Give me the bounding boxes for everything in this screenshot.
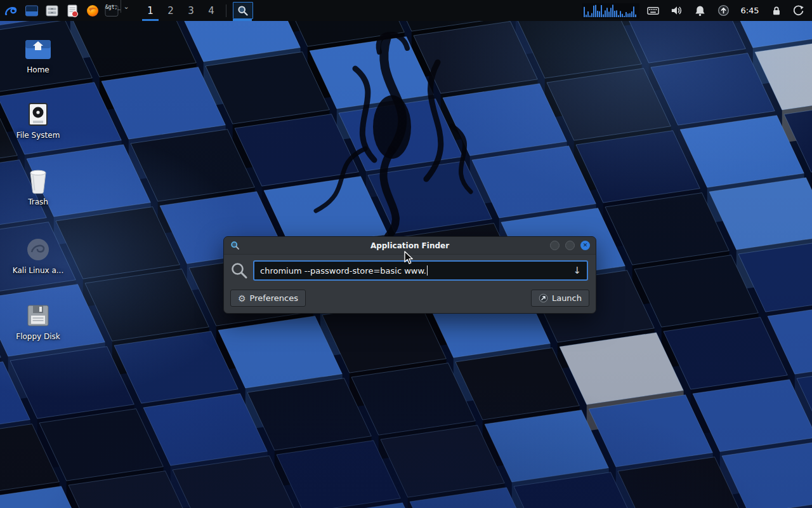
close-button[interactable]: ✕ [580, 241, 590, 250]
history-dropdown-icon[interactable]: ↓ [571, 265, 583, 276]
search-icon [230, 262, 248, 279]
terminal-dropdown-chevron[interactable]: ⌄ [121, 0, 131, 13]
file-system-icon [25, 102, 51, 127]
trash-icon [27, 168, 49, 194]
session-logout[interactable] [788, 0, 808, 21]
taskbar-window-firefox[interactable] [82, 0, 103, 21]
software-updates[interactable] [712, 0, 735, 21]
applications-menu-button[interactable] [0, 0, 22, 21]
desktop-icon-label: Kali Linux a... [9, 266, 67, 275]
minimize-button[interactable] [550, 241, 560, 250]
taskbar-window-file-manager[interactable] [42, 0, 62, 21]
desktop-icon-home[interactable]: Home [9, 34, 67, 74]
workspace-4[interactable]: 4 [201, 0, 221, 21]
workspace-3[interactable]: 3 [181, 0, 201, 21]
desktop-icon-label: File System [9, 131, 67, 140]
titlebar[interactable]: Application Finder ✕ [224, 237, 596, 255]
top-panel: &gt;_ ⌄ 1 2 3 4 [0, 0, 812, 21]
maximize-button[interactable] [565, 241, 575, 250]
cpu-graph[interactable] [580, 0, 641, 21]
launch-button[interactable]: Launch [531, 290, 589, 307]
window-icon [25, 4, 39, 18]
workspace-2[interactable]: 2 [160, 0, 181, 21]
desktop-icon-label: Home [9, 65, 67, 74]
home-icon [24, 36, 52, 62]
application-finder-window: Application Finder ✕ chrom [223, 236, 596, 314]
update-arrow-icon [717, 4, 730, 17]
speaker-icon [671, 4, 683, 17]
terminal-prompt-glyph: &gt;_ [105, 4, 121, 10]
keyboard-layout-indicator[interactable] [641, 0, 665, 21]
file-manager-icon [45, 4, 59, 18]
desktop-icon-kali-linux[interactable]: Kali Linux a... [9, 235, 67, 275]
active-task-indicator [233, 19, 252, 21]
desktop-icon-trash[interactable]: Trash [9, 166, 67, 206]
gear-icon: ⚙ [238, 294, 246, 303]
text-caret [427, 265, 428, 276]
system-tray: 6:45 [580, 0, 812, 21]
logout-icon [792, 4, 804, 17]
search-input[interactable]: chromium --password-store=basic www. ↓ [253, 260, 588, 281]
cpu-graph-icon [582, 3, 639, 18]
taskbar-window-text-editor[interactable] [62, 0, 82, 21]
finder-window-icon [230, 241, 240, 250]
launch-icon [539, 293, 548, 303]
bell-icon [694, 4, 706, 17]
magnifier-icon [237, 5, 249, 17]
clock[interactable]: 6:45 [735, 0, 764, 21]
desktop-root: &gt;_ ⌄ 1 2 3 4 [0, 0, 812, 508]
desktop-icon-file-system[interactable]: File System [9, 100, 67, 140]
keyboard-icon [647, 4, 659, 17]
desktop-icon-label: Trash [9, 197, 67, 206]
taskbar-window-desktop[interactable] [22, 0, 42, 21]
workspace-1[interactable]: 1 [140, 0, 160, 21]
volume-control[interactable] [665, 0, 688, 21]
desktop-icon-floppy-disk[interactable]: Floppy Disk [9, 301, 67, 341]
desktop-icon-label: Floppy Disk [9, 332, 67, 341]
kali-docs-icon [25, 237, 51, 262]
window-title: Application Finder [224, 241, 596, 250]
panel-separator [226, 4, 226, 17]
floppy-disk-icon [25, 303, 51, 328]
search-row: chromium --password-store=basic www. ↓ [224, 255, 596, 285]
preferences-button[interactable]: ⚙ Preferences [230, 290, 306, 307]
lock-icon [771, 5, 782, 17]
firefox-icon [86, 4, 100, 18]
search-input-value: chromium --password-store=basic www. [260, 266, 426, 276]
kali-logo-icon [3, 3, 18, 18]
screen-lock[interactable] [764, 0, 788, 21]
workspace-active-indicator [142, 19, 159, 21]
notifications[interactable] [688, 0, 712, 21]
button-row: ⚙ Preferences Launch [224, 285, 596, 313]
text-editor-icon [65, 4, 79, 18]
taskbar-application-finder[interactable] [231, 0, 254, 21]
taskbar-window-terminal[interactable]: &gt;_ [103, 0, 121, 21]
